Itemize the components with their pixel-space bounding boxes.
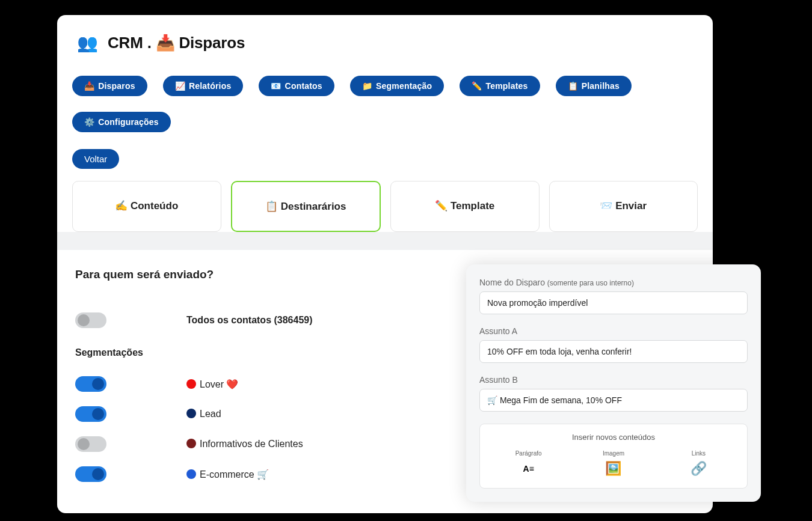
step-enviar[interactable]: 📨 Enviar xyxy=(549,181,698,232)
step-template[interactable]: ✏️ Template xyxy=(390,181,540,232)
nav-label: Templates xyxy=(486,81,528,91)
subject-a-input[interactable] xyxy=(479,340,748,363)
nav-tabs: 📥 Disparos 📈 Relatórios 📧 Contatos 📁 Seg… xyxy=(72,76,698,132)
segment-label: Informativos de Clientes xyxy=(186,439,303,449)
field-group-subject-b: Assunto B xyxy=(479,375,748,412)
nav-relatorios[interactable]: 📈 Relatórios xyxy=(163,76,244,96)
nav-label: Relatórios xyxy=(189,81,231,91)
field-group-subject-a: Assunto A xyxy=(479,326,748,363)
insert-item-label: Parágrafo xyxy=(515,450,542,457)
image-icon: 🖼️ xyxy=(600,458,627,480)
gear-icon: ⚙️ xyxy=(84,117,94,127)
subject-a-label: Assunto A xyxy=(479,326,748,336)
step-destinatarios[interactable]: 📋 Destinarários xyxy=(231,181,381,232)
clipboard-icon: 📋 xyxy=(265,201,278,212)
content-editor-overlay: Nome do Disparo (somente para uso intern… xyxy=(466,264,761,502)
nav-configuracoes[interactable]: ⚙️ Configurações xyxy=(72,112,171,132)
field-group-name: Nome do Disparo (somente para uso intern… xyxy=(479,278,748,314)
disparo-name-input[interactable] xyxy=(479,291,748,314)
nav-templates[interactable]: ✏️ Templates xyxy=(460,76,540,96)
color-dot xyxy=(186,409,196,418)
nav-contatos[interactable]: 📧 Contatos xyxy=(259,76,334,96)
nav-label: Disparos xyxy=(98,81,135,91)
name-hint: (somente para uso interno) xyxy=(547,279,634,287)
nav-label: Segmentação xyxy=(376,81,432,91)
page-header: 👥 CRM . 📥 Disparos xyxy=(72,33,698,53)
section-divider xyxy=(57,232,713,250)
mail-icon: 📧 xyxy=(271,81,281,91)
insert-links[interactable]: Links 🔗 xyxy=(680,448,716,482)
segment-toggle-ecommerce[interactable] xyxy=(75,466,106,482)
paragraph-icon: A≡ xyxy=(515,458,542,480)
color-dot xyxy=(186,469,196,479)
insert-image[interactable]: Imagem 🖼️ xyxy=(595,448,632,482)
insert-content-title: Inserir novos conteúdos xyxy=(486,433,741,442)
insert-item-label: Links xyxy=(685,450,712,457)
step-label: Enviar xyxy=(615,200,647,212)
clipboard-icon: 📋 xyxy=(568,81,578,91)
insert-content-box: Inserir novos conteúdos Parágrafo A≡ Ima… xyxy=(479,424,748,489)
all-contacts-label: Todos os contatos (386459) xyxy=(186,315,313,326)
link-icon: 🔗 xyxy=(685,458,712,480)
segment-toggle-lead[interactable] xyxy=(75,406,106,422)
wizard-steps: ✍️ Conteúdo 📋 Destinarários ✏️ Template … xyxy=(72,181,698,232)
subject-b-label: Assunto B xyxy=(479,375,748,385)
folder-icon: 📁 xyxy=(362,81,372,91)
segment-label: E-commerce 🛒 xyxy=(186,469,269,480)
send-icon: 📨 xyxy=(600,200,612,212)
segment-toggle-lover[interactable] xyxy=(75,376,106,392)
nav-label: Configurações xyxy=(98,117,159,127)
nav-segmentacao[interactable]: 📁 Segmentação xyxy=(350,76,444,96)
insert-items-row: Parágrafo A≡ Imagem 🖼️ Links 🔗 xyxy=(486,448,741,482)
step-conteudo[interactable]: ✍️ Conteúdo xyxy=(72,181,221,232)
nav-disparos[interactable]: 📥 Disparos xyxy=(72,76,147,96)
segment-toggle-informativos[interactable] xyxy=(75,436,106,452)
app-logo-icon: 👥 xyxy=(77,33,98,53)
step-label: Template xyxy=(451,200,494,212)
chart-icon: 📈 xyxy=(175,81,185,91)
pencil-icon: ✏️ xyxy=(435,200,448,212)
back-button[interactable]: Voltar xyxy=(72,149,119,169)
write-icon: ✍️ xyxy=(115,200,128,212)
segment-label: Lead xyxy=(186,409,221,419)
inbox-icon: 📥 xyxy=(84,81,94,91)
name-label: Nome do Disparo (somente para uso intern… xyxy=(479,278,748,287)
color-dot xyxy=(186,379,196,389)
insert-item-label: Imagem xyxy=(600,450,627,457)
nav-planilhas[interactable]: 📋 Planilhas xyxy=(556,76,632,96)
subject-b-input[interactable] xyxy=(479,389,748,412)
step-label: Destinarários xyxy=(281,201,346,212)
insert-paragraph[interactable]: Parágrafo A≡ xyxy=(511,448,547,482)
step-label: Conteúdo xyxy=(131,200,178,212)
all-contacts-toggle[interactable] xyxy=(75,312,106,328)
color-dot xyxy=(186,439,196,448)
nav-label: Contatos xyxy=(285,81,322,91)
segment-label: Lover ❤️ xyxy=(186,379,238,390)
pencil-icon: ✏️ xyxy=(472,81,482,91)
nav-label: Planilhas xyxy=(582,81,620,91)
page-title: CRM . 📥 Disparos xyxy=(108,34,245,52)
